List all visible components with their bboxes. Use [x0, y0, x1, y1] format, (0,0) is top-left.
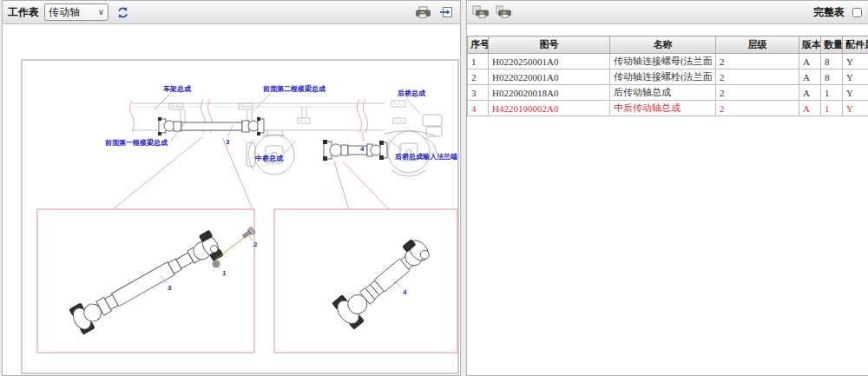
table-row[interactable]: 3 H0220020018A0 后传动轴总成 2 A 1 Y: [468, 85, 868, 101]
cell-part-attribute: Y: [843, 54, 868, 69]
table-toolbar: 完整表: [467, 1, 868, 24]
cell-version: A: [799, 101, 821, 116]
cell-name: 后传动轴总成: [610, 85, 716, 101]
table-row-selected[interactable]: 4 H4220100002A0 中后传动轴总成 2 A 1 Y: [468, 101, 868, 116]
cell-level: 2: [716, 54, 799, 69]
worksheet-toolbar: 工作表 传动轴 ∨: [3, 1, 460, 24]
detail-driveshaft-3: [68, 230, 223, 336]
refresh-icon[interactable]: [114, 3, 131, 21]
cell-quantity: 1: [821, 85, 843, 101]
callout-1-detail[interactable]: 1: [222, 269, 227, 277]
cell-name: 传动轴连接螺栓(法兰面，M14): [610, 69, 716, 85]
label-rear-axle-assembly: 后桥总成: [397, 89, 425, 97]
cell-version: A: [799, 69, 821, 85]
parts-table-container: 序号 图号 名称 层级 版本 数量 配件属性 1 H0220250001A0 传…: [467, 36, 868, 116]
cell-index: 2: [468, 69, 489, 85]
col-header-part-attribute: 配件属性: [843, 36, 868, 54]
col-header-name: 名称: [610, 36, 716, 54]
col-header-level: 层级: [716, 36, 799, 54]
front-driveshaft-drawing: [158, 117, 264, 135]
cell-version: A: [799, 85, 821, 101]
cell-quantity: 8: [821, 69, 843, 85]
sheet-select-value: 传动轴: [49, 5, 80, 20]
nut-drawing: [213, 261, 220, 267]
cell-index: 4: [468, 101, 489, 116]
full-table-checkbox[interactable]: [852, 8, 862, 17]
cell-level: 2: [716, 69, 799, 85]
cell-quantity: 8: [821, 54, 843, 69]
callout-4-main[interactable]: 4: [360, 145, 365, 153]
callout-3-main[interactable]: 3: [226, 138, 230, 146]
col-header-version: 版本: [799, 36, 821, 54]
callout-3-detail[interactable]: 3: [168, 284, 172, 292]
label-frame-assembly: 车架总成: [163, 85, 191, 93]
col-header-part-number: 图号: [489, 36, 610, 54]
callout-4-detail[interactable]: 4: [403, 288, 407, 296]
full-table-label: 完整表: [813, 5, 845, 20]
cell-part-number: H0220020018A0: [489, 85, 610, 101]
diagram-area: 车架总成 前面第二根横梁总成 后桥总成 前面第一根横梁总成 中桥总成 后桥总成输…: [3, 24, 460, 376]
middle-axle-drawing: [247, 130, 294, 175]
cell-quantity: 1: [821, 101, 843, 116]
parts-catalog-app: 工作表 传动轴 ∨: [0, 0, 868, 376]
export-icon[interactable]: [437, 3, 455, 21]
cell-index: 3: [468, 85, 489, 101]
cell-part-number: H0220220001A0: [489, 69, 610, 85]
cell-part-attribute: Y: [843, 85, 868, 101]
table-header-row: 序号 图号 名称 层级 版本 数量 配件属性: [468, 36, 868, 54]
parts-diagram[interactable]: 车架总成 前面第二根横梁总成 后桥总成 前面第一根横梁总成 中桥总成 后桥总成输…: [3, 24, 460, 376]
label-second-beam-assembly: 前面第二根横梁总成: [262, 84, 326, 93]
print-icon[interactable]: [415, 3, 432, 21]
cell-level: 2: [716, 85, 799, 101]
cell-index: 1: [468, 54, 489, 69]
cell-name: 传动轴连接螺母(法兰面，M14): [610, 54, 716, 69]
col-header-quantity: 数量: [821, 36, 843, 54]
cell-part-number: H0220250001A0: [489, 54, 610, 69]
parts-table: 序号 图号 名称 层级 版本 数量 配件属性 1 H0220250001A0 传…: [467, 36, 868, 116]
cell-part-number: H4220100002A0: [489, 101, 610, 116]
table-row[interactable]: 2 H0220220001A0 传动轴连接螺栓(法兰面，M14) 2 A 8 Y: [468, 69, 868, 85]
print-page-icon[interactable]: [495, 3, 512, 21]
chevron-down-icon: ∨: [98, 8, 104, 16]
label-rear-axle-input-flange: 后桥总成输入法兰端: [394, 153, 457, 161]
bolt-guide-line: [216, 234, 248, 259]
rear-axle-drawing: [385, 115, 442, 176]
rear-driveshaft-drawing: [323, 140, 387, 161]
cell-version: A: [799, 54, 821, 69]
col-header-index: 序号: [468, 36, 489, 54]
sheet-select[interactable]: 传动轴 ∨: [44, 3, 108, 21]
detail-driveshaft-4: [331, 234, 437, 331]
callout-2-detail[interactable]: 2: [253, 241, 258, 248]
worksheet-title: 工作表: [8, 5, 39, 20]
cell-part-attribute: Y: [843, 101, 868, 116]
cell-name: 中后传动轴总成: [610, 101, 716, 116]
label-first-beam-assembly: 前面第一根横梁总成: [104, 138, 168, 147]
worksheet-panel: 工作表 传动轴 ∨: [2, 0, 461, 376]
cell-level: 2: [716, 101, 799, 116]
parts-table-panel: 完整表 序号 图号 名称 层级 版本 数量 配件属性: [466, 0, 868, 376]
print-list-icon[interactable]: [472, 3, 490, 21]
cell-part-attribute: Y: [843, 69, 868, 85]
detail-box-right: [274, 209, 457, 353]
label-middle-axle-assembly: 中桥总成: [255, 155, 283, 162]
table-row[interactable]: 1 H0220250001A0 传动轴连接螺母(法兰面，M14) 2 A 8 Y: [468, 54, 868, 69]
